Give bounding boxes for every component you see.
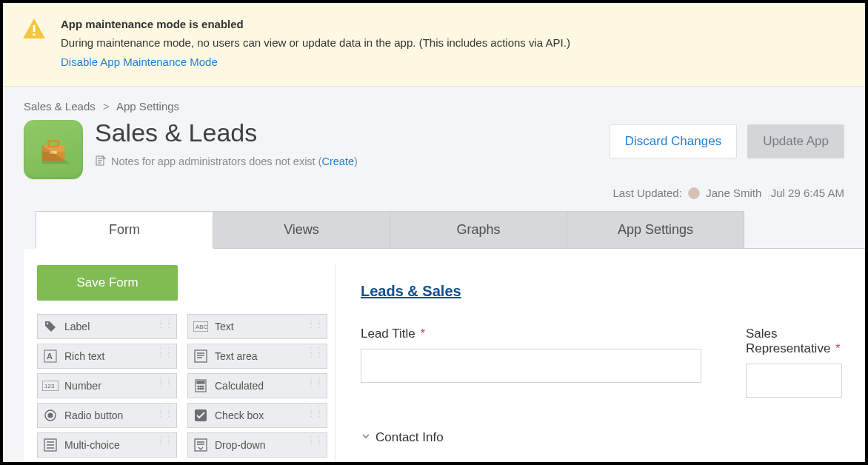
tab-graphs[interactable]: Graphs <box>390 211 567 248</box>
breadcrumb-separator: > <box>103 100 110 113</box>
palette-item-richtext[interactable]: A Rich text ⋮⋮⋮⋮ <box>37 344 177 369</box>
svg-text:ABC: ABC <box>196 324 208 330</box>
maintenance-banner: App maintenance mode is enabled During m… <box>3 3 865 87</box>
richtext-icon: A <box>42 348 59 364</box>
multichoice-icon <box>42 437 59 453</box>
banner-description: During maintenance mode, no users can vi… <box>61 35 570 52</box>
svg-point-21 <box>200 388 201 389</box>
last-updated: Last Updated: Jane Smith Jul 29 6:45 AM <box>3 179 865 201</box>
avatar <box>688 187 700 199</box>
contact-info-section[interactable]: Contact Info <box>361 430 865 445</box>
update-app-button[interactable]: Update App <box>747 124 844 158</box>
calculator-icon <box>193 378 209 394</box>
svg-rect-16 <box>197 381 204 384</box>
page-title: Sales & Leads <box>95 118 610 147</box>
checkbox-icon <box>193 407 209 424</box>
breadcrumb-current: App Settings <box>116 100 179 113</box>
svg-point-24 <box>48 412 53 418</box>
palette-item-label[interactable]: Label ⋮⋮⋮⋮ <box>37 314 177 339</box>
svg-rect-0 <box>33 25 36 32</box>
tab-views[interactable]: Views <box>213 211 390 248</box>
create-note-link[interactable]: Create <box>322 155 355 167</box>
warning-icon <box>21 16 47 43</box>
palette-item-checkbox[interactable]: Check box ⋮⋮⋮⋮ <box>187 403 327 428</box>
admin-notes: Notes for app administrators does not ex… <box>95 155 610 169</box>
svg-text:123: 123 <box>44 383 55 389</box>
disable-maintenance-link[interactable]: Disable App Maintenance Mode <box>61 54 218 71</box>
tabs: Form Views Graphs App Settings <box>36 211 865 249</box>
discard-changes-button[interactable]: Discard Changes <box>610 124 737 158</box>
svg-point-18 <box>200 386 201 387</box>
svg-point-19 <box>202 386 204 387</box>
palette-item-calculated[interactable]: Calculated ⋮⋮⋮⋮ <box>187 373 327 398</box>
svg-point-7 <box>47 322 49 324</box>
field-palette: Save Form Label ⋮⋮⋮⋮ ABC Text ⋮⋮⋮⋮ <box>24 265 335 465</box>
palette-item-radio[interactable]: Radio button ⋮⋮⋮⋮ <box>37 403 177 428</box>
note-icon <box>95 155 107 169</box>
last-updated-time: Jul 29 6:45 AM <box>771 187 844 199</box>
tab-form[interactable]: Form <box>36 211 213 249</box>
palette-item-multichoice[interactable]: Multi-choice ⋮⋮⋮⋮ <box>37 432 177 458</box>
number-icon: 123 <box>42 378 59 394</box>
breadcrumb-root[interactable]: Sales & Leads <box>24 100 96 113</box>
breadcrumb: Sales & Leads > App Settings <box>3 87 865 120</box>
radio-icon <box>42 407 59 424</box>
palette-item-textarea[interactable]: Text area ⋮⋮⋮⋮ <box>187 344 327 369</box>
lead-title-label: Lead Title * <box>361 327 701 341</box>
sales-rep-label: Sales Representative * <box>746 327 865 356</box>
svg-point-20 <box>198 388 199 389</box>
svg-point-22 <box>202 388 204 389</box>
last-updated-user: Jane Smith <box>706 187 761 199</box>
text-icon: ABC <box>193 318 209 335</box>
banner-title: App maintenance mode is enabled <box>61 16 570 33</box>
section-heading[interactable]: Leads & Sales <box>361 283 865 300</box>
svg-rect-4 <box>48 141 58 147</box>
palette-item-dropdown[interactable]: Drop-down ⋮⋮⋮⋮ <box>187 432 327 458</box>
chevron-down-icon <box>361 430 371 445</box>
form-canvas: Leads & Sales Lead Title * Sales Represe… <box>335 265 865 465</box>
tab-app-settings[interactable]: App Settings <box>567 211 744 248</box>
textarea-icon <box>193 348 209 364</box>
admin-note-text: Notes for app administrators does not ex… <box>111 155 358 167</box>
tag-icon <box>42 318 59 335</box>
svg-point-17 <box>198 386 199 387</box>
save-form-button[interactable]: Save Form <box>37 265 178 301</box>
svg-rect-1 <box>33 33 36 36</box>
app-icon <box>24 120 83 179</box>
palette-item-number[interactable]: 123 Number ⋮⋮⋮⋮ <box>37 373 177 398</box>
sales-rep-input[interactable] <box>746 364 842 398</box>
svg-rect-12 <box>195 350 207 362</box>
palette-item-text[interactable]: ABC Text ⋮⋮⋮⋮ <box>187 314 327 339</box>
lead-title-input[interactable] <box>361 349 701 383</box>
dropdown-icon <box>193 437 209 453</box>
svg-text:A: A <box>47 352 53 361</box>
